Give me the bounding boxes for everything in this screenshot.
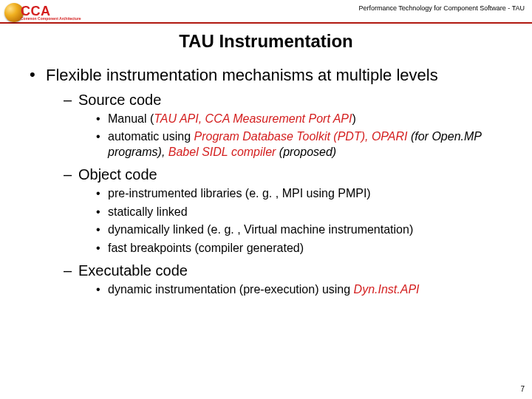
bullet-level1: • Flexible instrumentation mechanisms at…: [30, 65, 510, 86]
header-bar: CCA Common Component Architecture Perfor…: [0, 0, 532, 22]
logo-title: CCA: [21, 4, 81, 18]
dash-icon: –: [64, 262, 78, 279]
bullet-icon: •: [96, 241, 108, 256]
dash-icon: –: [64, 166, 78, 183]
bullet-icon: •: [96, 205, 108, 220]
bullet-level3: • statically linked: [96, 205, 510, 220]
bullet-icon: •: [96, 186, 108, 202]
bullet-text: pre-instrumented libraries (e. g. , MPI …: [108, 186, 371, 202]
logo-text-block: CCA Common Component Architecture: [21, 4, 81, 21]
bullet-icon: •: [96, 222, 108, 238]
logo: CCA Common Component Architecture: [4, 3, 81, 22]
bullet-icon: •: [96, 112, 108, 127]
bullet-text: fast breakpoints (compiler generated): [108, 241, 304, 256]
bullet-text: dynamically linked (e. g. , Virtual mach…: [108, 222, 413, 238]
bullet-text: Manual (TAU API, CCA Measurement Port AP…: [108, 112, 356, 127]
text-run: Manual (: [108, 112, 154, 125]
bullet-text: Executable code: [78, 262, 188, 279]
header-right-text: Performance Technology for Component Sof…: [358, 4, 525, 12]
bullet-text: automatic using Program Database Toolkit…: [108, 129, 510, 160]
page-title: TAU Instrumentation: [0, 31, 532, 52]
text-italic: (proposed): [276, 146, 336, 158]
header-rule: [0, 22, 532, 24]
bullet-level2: – Source code: [64, 92, 510, 109]
text-italic: Babel SIDL compiler: [168, 146, 276, 158]
text-italic: Program Database Toolkit (PDT), OPARI: [194, 130, 408, 143]
text-italic: Dyn.Inst.API: [354, 283, 420, 296]
bullet-level3: • Manual (TAU API, CCA Measurement Port …: [96, 112, 510, 127]
text-italic: TAU API, CCA Measurement Port API: [154, 112, 352, 125]
bullet-level3: • dynamically linked (e. g. , Virtual ma…: [96, 222, 510, 238]
bullet-text: Object code: [78, 166, 157, 183]
content-area: • Flexible instrumentation mechanisms at…: [0, 52, 532, 298]
bullet-icon: •: [96, 129, 108, 160]
text-run: ): [352, 112, 355, 125]
bullet-text: statically linked: [108, 205, 188, 220]
bullet-text: Source code: [78, 92, 161, 109]
slide: CCA Common Component Architecture Perfor…: [0, 0, 532, 399]
bullet-level3: • pre-instrumented libraries (e. g. , MP…: [96, 186, 510, 202]
bullet-level3: • automatic using Program Database Toolk…: [96, 129, 510, 160]
bullet-level2: – Object code: [64, 166, 510, 183]
page-number: 7: [520, 385, 525, 393]
bullet-level2: – Executable code: [64, 262, 510, 279]
bullet-level3: • dynamic instrumentation (pre-execution…: [96, 282, 510, 298]
bullet-icon: •: [30, 65, 46, 86]
text-run: dynamic instrumentation (pre-execution) …: [108, 283, 354, 296]
text-run: automatic using: [108, 130, 194, 143]
bullet-level3: • fast breakpoints (compiler generated): [96, 241, 510, 256]
bullet-text: dynamic instrumentation (pre-execution) …: [108, 282, 420, 298]
bullet-text: Flexible instrumentation mechanisms at m…: [46, 65, 510, 86]
dash-icon: –: [64, 92, 78, 109]
bullet-icon: •: [96, 282, 108, 298]
